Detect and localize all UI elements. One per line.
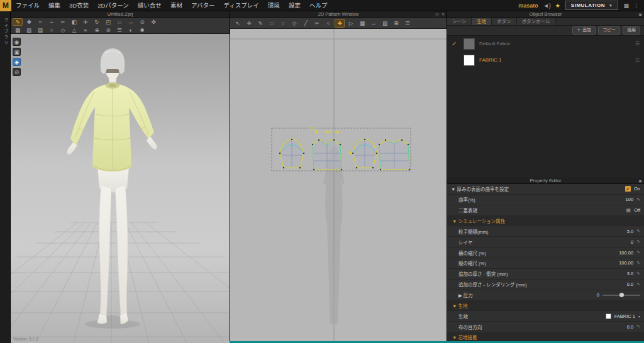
measure-icon[interactable]: ↔ xyxy=(369,19,379,28)
mesh-view-icon[interactable]: ▤ xyxy=(35,26,45,34)
edit-pattern-icon[interactable]: ✎ xyxy=(255,19,265,28)
grid-view-icon[interactable]: ▦ xyxy=(13,26,23,34)
camera-sync-button[interactable]: ⊙ xyxy=(13,68,21,76)
menu-item-1[interactable]: 編集 xyxy=(44,0,65,11)
list-icon[interactable]: ☰ xyxy=(114,26,125,34)
tab-0[interactable]: シーン xyxy=(447,18,472,25)
edit-icon[interactable]: ✎ xyxy=(636,261,640,266)
disable-view-icon[interactable]: ⊘ xyxy=(103,26,113,34)
polygon-tool-icon[interactable]: ◇ xyxy=(289,19,299,28)
scale-tool-icon[interactable]: ◰ xyxy=(103,18,113,26)
rectangle-tool-icon[interactable]: □ xyxy=(267,19,277,28)
menu-item-4[interactable]: 縫い合せ xyxy=(133,0,166,11)
select-box-icon[interactable]: □ xyxy=(114,18,125,26)
rotate-tool-icon[interactable]: ↻ xyxy=(92,18,102,26)
scissors-tool-icon[interactable]: ✂ xyxy=(312,19,322,28)
edit-icon[interactable]: ✎ xyxy=(636,229,640,234)
popout-icon[interactable]: ◱ xyxy=(435,11,439,18)
triangle-view-icon[interactable]: △ xyxy=(69,26,79,34)
layout-icon[interactable]: ⊞ xyxy=(391,19,401,28)
menu-item-2[interactable]: 3D衣装 xyxy=(65,0,93,11)
tab-3[interactable]: ボタンホール xyxy=(517,18,556,25)
add-view-icon[interactable]: ⊕ xyxy=(92,26,102,34)
dart-tool-icon[interactable]: ▷ xyxy=(346,19,356,28)
menu-item-7[interactable]: ディスプレイ xyxy=(219,0,264,11)
fabric-row[interactable]: ✓Default Fabric☰ xyxy=(447,36,644,52)
menu-item-3[interactable]: 2Dパターン xyxy=(93,0,133,11)
shade-view-icon[interactable]: ◐ xyxy=(126,26,136,34)
show-garment-button[interactable]: ▣ xyxy=(13,48,21,56)
fabric-row[interactable]: FABRIC 1☰ xyxy=(447,52,644,68)
dropdown-caret-icon[interactable]: ▾ xyxy=(638,314,640,318)
internal-line-icon[interactable]: ╱ xyxy=(301,19,311,28)
menu-item-6[interactable]: アバター xyxy=(187,0,219,11)
texture-surface-button[interactable]: ◈ xyxy=(13,58,21,66)
edit-icon[interactable]: ✎ xyxy=(636,239,640,244)
star-icon[interactable]: ★ xyxy=(555,0,560,11)
menu-item-8[interactable]: 環境 xyxy=(264,0,284,11)
apps-grid-icon[interactable]: ▦ xyxy=(623,0,629,11)
tab-2[interactable]: ボタン xyxy=(492,18,517,25)
copy-button[interactable]: コピー xyxy=(598,26,620,34)
sewing-tool-icon[interactable]: ≈ xyxy=(35,18,45,26)
move-gizmo-icon[interactable]: ✛ xyxy=(80,18,91,26)
edit-icon[interactable]: ✎ xyxy=(636,271,640,276)
library-tab[interactable]: ライブラリ xyxy=(3,18,9,46)
sound-icon[interactable]: ◄) xyxy=(543,0,551,11)
more-icon[interactable]: ⋮ xyxy=(633,0,639,11)
apply-button[interactable]: 適用 xyxy=(623,26,640,34)
add-button[interactable]: ＋ 追加 xyxy=(572,26,596,34)
menu-icon[interactable]: ☰ xyxy=(402,19,413,28)
show-avatar-button[interactable]: ◉ xyxy=(13,38,21,46)
simulation-dropdown[interactable]: SIMULATION ▼ xyxy=(565,1,619,10)
seam-tool-icon[interactable]: ≈ xyxy=(323,19,333,28)
edit-icon[interactable]: ✎ xyxy=(636,282,640,287)
sleeve-pattern[interactable] xyxy=(279,139,304,168)
app-logo[interactable]: M xyxy=(0,0,11,11)
edit-icon[interactable]: ✎ xyxy=(636,324,640,329)
diamond-view-icon[interactable]: ◇ xyxy=(58,26,68,34)
circle-tool-icon[interactable]: ○ xyxy=(278,19,288,28)
3d-viewport[interactable]: ◉▣◈⊙ xyxy=(11,34,230,343)
pressure-slider[interactable] xyxy=(602,295,640,296)
menu-item-9[interactable]: 設定 xyxy=(284,0,305,11)
measure-tool-icon[interactable]: ↔ xyxy=(126,18,136,26)
2d-pattern-canvas[interactable]: 30.0 xyxy=(230,29,447,343)
panel-pin-icon-2[interactable]: ▣ xyxy=(638,178,642,184)
sphere-view-icon[interactable]: ○ xyxy=(47,26,57,34)
slider-knob[interactable] xyxy=(619,293,624,297)
grading-icon[interactable]: ▦ xyxy=(357,19,367,28)
texture-view-icon[interactable]: ▧ xyxy=(24,26,34,34)
drag-tool-icon[interactable]: ✜ xyxy=(148,18,158,26)
avatar[interactable] xyxy=(67,48,157,324)
pivot-handle[interactable] xyxy=(348,151,352,155)
row-menu-icon[interactable]: ☰ xyxy=(635,57,640,63)
sparkle-icon[interactable]: ✱ xyxy=(137,26,147,34)
edit-icon[interactable]: ✎ xyxy=(636,250,640,255)
add-point-tool-icon[interactable]: ✚ xyxy=(335,19,345,28)
back-bodice-pattern[interactable] xyxy=(379,139,410,170)
sleeve-pattern-2[interactable] xyxy=(352,139,377,168)
row-menu-icon[interactable]: ☰ xyxy=(635,41,640,46)
select-tool-icon[interactable]: ↖ xyxy=(233,19,243,28)
panel-pin-icon[interactable]: ▣ xyxy=(638,11,642,18)
texture-edit-icon[interactable]: ▨ xyxy=(380,19,390,28)
tab-1[interactable]: 生地 xyxy=(472,18,492,25)
tack-tool-icon[interactable]: ✚ xyxy=(24,18,34,26)
free-sewing-tool-icon[interactable]: ∽ xyxy=(47,18,57,26)
menu-item-5[interactable]: 素材 xyxy=(166,0,187,11)
username[interactable]: masato xyxy=(518,3,538,9)
pen-tool-icon[interactable]: ✎ xyxy=(13,18,23,26)
front-bodice-pattern[interactable] xyxy=(312,139,342,170)
fold-tool-icon[interactable]: ◧ xyxy=(69,18,79,26)
layers-icon[interactable]: ≡ xyxy=(80,26,91,34)
pin-tool-icon[interactable]: ⊙ xyxy=(137,18,147,26)
close-icon[interactable]: ✕ xyxy=(441,11,445,18)
edit-icon[interactable]: ✎ xyxy=(636,197,640,202)
pattern-pieces[interactable] xyxy=(279,139,410,170)
checkbox-on-icon[interactable]: ✓ xyxy=(625,186,631,192)
transform-pattern-icon[interactable]: ✛ xyxy=(244,19,254,28)
menu-item-0[interactable]: ファイル xyxy=(11,0,44,11)
scissors-tool-icon[interactable]: ✂ xyxy=(58,18,68,26)
menu-item-10[interactable]: ヘルプ xyxy=(305,0,332,11)
